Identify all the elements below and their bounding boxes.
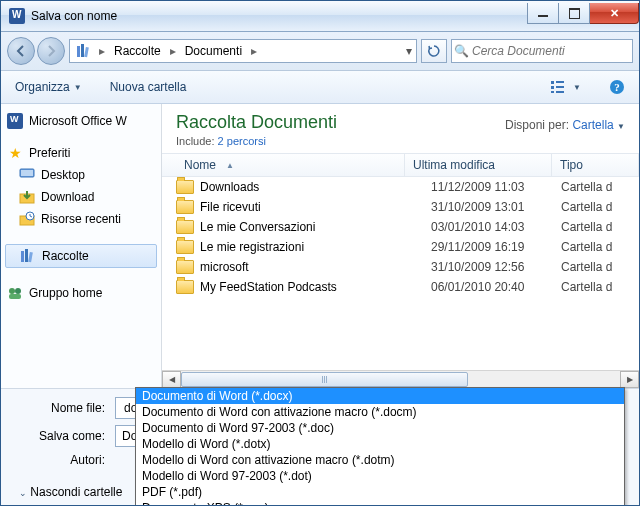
file-row[interactable]: File ricevuti31/10/2009 13:01Cartella d [162,197,639,217]
back-button[interactable] [7,37,35,65]
saveas-option[interactable]: Modello di Word (*.dotx) [136,436,624,452]
file-type: Cartella d [561,280,631,294]
library-locations-link[interactable]: 2 percorsi [218,135,266,147]
horizontal-scrollbar[interactable]: ◀ ▶ [162,370,639,388]
scroll-left-button[interactable]: ◀ [162,371,181,388]
folder-icon [176,239,194,255]
toolbar: Organizza ▼ Nuova cartella ▼ ? [1,71,639,104]
saveas-option[interactable]: Documento XPS (*.xps) [136,500,624,506]
app-icon [9,8,25,24]
folder-icon [176,259,194,275]
authors-label: Autori: [15,453,115,467]
svg-rect-12 [21,170,33,176]
svg-rect-18 [28,252,33,262]
file-name: microsoft [200,260,431,274]
new-folder-button[interactable]: Nuova cartella [104,76,193,98]
search-input[interactable] [470,43,632,59]
svg-rect-21 [9,294,21,299]
sidebar-item-office[interactable]: Microsoft Office W [1,110,161,132]
svg-rect-1 [81,44,84,57]
svg-text:?: ? [614,81,620,93]
homegroup-icon [7,285,23,301]
file-modified: 29/11/2009 16:19 [431,240,561,254]
sidebar-item-download[interactable]: Download [1,186,161,208]
svg-rect-6 [556,81,564,83]
svg-rect-7 [556,86,564,88]
file-name: My FeedStation Podcasts [200,280,431,294]
word-icon [7,113,23,129]
breadcrumb-root[interactable]: Raccolte [108,40,167,62]
file-name: Downloads [200,180,431,194]
chevron-down-icon: ⌄ [19,488,27,498]
file-list: Downloads11/12/2009 11:03Cartella dFile … [162,177,639,370]
forward-button[interactable] [37,37,65,65]
breadcrumb-folder[interactable]: Documenti [179,40,248,62]
column-name[interactable]: Nome ▲ [162,154,405,176]
saveas-option[interactable]: Modello di Word 97-2003 (*.dot) [136,468,624,484]
close-button[interactable] [590,3,639,24]
arrange-by: Disponi per: Cartella ▼ [505,112,625,132]
saveas-option[interactable]: Documento di Word 97-2003 (*.doc) [136,420,624,436]
svg-rect-0 [77,46,80,57]
breadcrumb[interactable]: ▸ Raccolte ▸ Documenti ▸ ▾ [69,39,417,63]
library-header: Raccolta Documenti Include: 2 percorsi D… [162,104,639,153]
scroll-right-button[interactable]: ▶ [620,371,639,388]
chevron-right-icon: ▸ [96,44,108,58]
file-row[interactable]: Le mie registrazioni29/11/2009 16:19Cart… [162,237,639,257]
file-type: Cartella d [561,240,631,254]
titlebar: Salva con nome [1,1,639,32]
svg-rect-8 [556,91,564,93]
file-row[interactable]: My FeedStation Podcasts06/01/2010 20:40C… [162,277,639,297]
desktop-icon [19,167,35,183]
svg-point-20 [15,288,21,294]
column-type[interactable]: Tipo [552,154,639,176]
scroll-thumb[interactable] [181,372,468,387]
svg-point-19 [9,288,15,294]
saveas-option[interactable]: Documento di Word con attivazione macro … [136,404,624,420]
window-title: Salva con nome [31,9,527,23]
maximize-button[interactable] [559,3,590,24]
saveas-dropdown[interactable]: Documento di Word (*.docx)Documento di W… [135,387,625,506]
sidebar-item-recent[interactable]: Risorse recenti [1,208,161,230]
svg-rect-16 [21,251,24,262]
sidebar-item-homegroup[interactable]: Gruppo home [1,282,161,304]
file-name: Le mie Conversazioni [200,220,431,234]
search-icon: 🔍 [452,44,470,58]
search-box[interactable]: 🔍 [451,39,633,63]
chevron-down-icon: ▼ [573,83,581,92]
sidebar: Microsoft Office W ★ Preferiti Desktop D… [1,104,162,388]
folder-icon [176,219,194,235]
file-row[interactable]: Downloads11/12/2009 11:03Cartella d [162,177,639,197]
file-type: Cartella d [561,220,631,234]
hide-folders-button[interactable]: ⌄ Nascondi cartelle [15,485,115,499]
file-row[interactable]: microsoft31/10/2009 12:56Cartella d [162,257,639,277]
breadcrumb-dropdown-icon[interactable]: ▾ [402,44,416,58]
saveas-option[interactable]: Documento di Word (*.docx) [136,388,624,404]
minimize-button[interactable] [527,3,559,24]
folder-icon [176,279,194,295]
view-button[interactable]: ▼ [545,76,587,98]
sidebar-item-favorites[interactable]: ★ Preferiti [1,142,161,164]
sidebar-item-desktop[interactable]: Desktop [1,164,161,186]
save-as-dialog: Salva con nome ▸ Raccolte ▸ Documenti ▸ [0,0,640,506]
refresh-button[interactable] [421,39,447,63]
saveas-option[interactable]: PDF (*.pdf) [136,484,624,500]
file-name: Le mie registrazioni [200,240,431,254]
libraries-icon [20,248,36,264]
folder-icon [176,179,194,195]
svg-rect-2 [84,47,89,57]
star-icon: ★ [7,145,23,161]
organize-button[interactable]: Organizza ▼ [9,76,88,98]
file-modified: 31/10/2009 12:56 [431,260,561,274]
file-modified: 31/10/2009 13:01 [431,200,561,214]
library-title: Raccolta Documenti [176,112,337,133]
file-row[interactable]: Le mie Conversazioni03/01/2010 14:03Cart… [162,217,639,237]
help-button[interactable]: ? [603,75,631,99]
chevron-down-icon: ▼ [617,122,625,131]
column-modified[interactable]: Ultima modifica [405,154,552,176]
sidebar-item-libraries[interactable]: Raccolte [5,244,157,268]
file-name: File ricevuti [200,200,431,214]
saveas-option[interactable]: Modello di Word con attivazione macro (*… [136,452,624,468]
scroll-track[interactable] [181,372,620,387]
arrange-by-link[interactable]: Cartella ▼ [572,118,625,132]
